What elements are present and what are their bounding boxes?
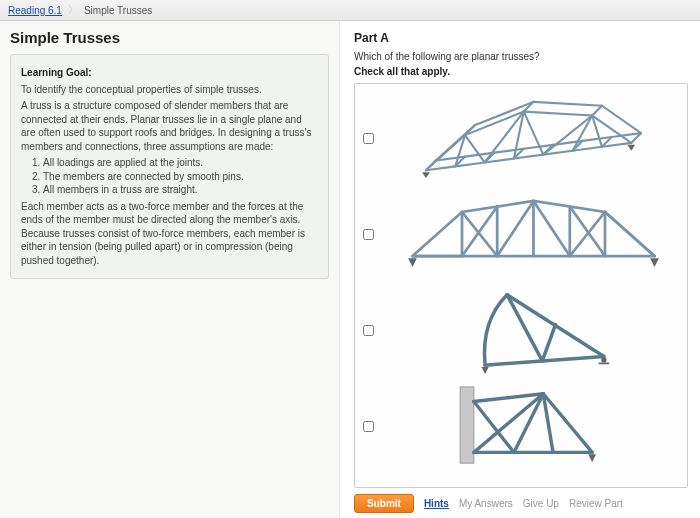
learning-goal-intro: To identify the conceptual properties of… (21, 83, 318, 97)
learning-goal-para1: A truss is a structure composed of slend… (21, 99, 318, 153)
truss-wall-triangle-icon (388, 382, 679, 470)
submit-button[interactable]: Submit (354, 494, 414, 513)
page-title: Simple Trusses (10, 29, 329, 46)
breadcrumb-current: Simple Trusses (84, 5, 152, 16)
option-row-2 (363, 186, 679, 282)
breadcrumb-link-reading[interactable]: Reading 6.1 (8, 5, 62, 16)
svg-marker-41 (482, 367, 489, 374)
assumption-3: All members in a truss are straight. (43, 183, 318, 197)
options-box (354, 83, 688, 488)
give-up-link[interactable]: Give Up (523, 498, 559, 509)
svg-marker-52 (588, 454, 596, 462)
hints-link[interactable]: Hints (424, 498, 449, 509)
right-column: Part A Which of the following are planar… (340, 21, 700, 518)
chevron-right-icon: 〉 (68, 3, 78, 17)
svg-marker-36 (650, 258, 659, 267)
left-column: Simple Trusses Learning Goal: To identif… (0, 21, 340, 518)
svg-line-17 (573, 116, 593, 151)
svg-line-30 (534, 201, 570, 256)
option-1-checkbox[interactable] (363, 133, 374, 144)
svg-line-12 (465, 135, 485, 162)
option-row-1 (363, 90, 679, 186)
svg-line-10 (592, 106, 602, 116)
truss-curved-member-icon (388, 286, 679, 374)
assumption-2: The members are connected by smooth pins… (43, 170, 318, 184)
breadcrumb: Reading 6.1 〉 Simple Trusses (0, 0, 700, 21)
learning-goal-para2: Each member acts as a two-force member a… (21, 200, 318, 268)
svg-marker-20 (627, 145, 635, 151)
option-row-3 (363, 282, 679, 378)
my-answers-link[interactable]: My Answers (459, 498, 513, 509)
svg-line-29 (497, 201, 533, 256)
learning-goal-panel: Learning Goal: To identify the conceptua… (10, 54, 329, 279)
svg-point-42 (601, 357, 606, 362)
svg-rect-44 (460, 387, 474, 463)
action-bar: Submit Hints My Answers Give Up Review P… (354, 494, 688, 513)
svg-line-40 (542, 325, 555, 361)
option-row-4 (363, 378, 679, 474)
assumption-1: All loadings are applied at the joints. (43, 156, 318, 170)
part-a-label: Part A (354, 31, 688, 45)
svg-marker-35 (408, 258, 417, 267)
svg-marker-19 (422, 172, 430, 178)
svg-line-49 (474, 402, 514, 453)
svg-line-50 (514, 394, 543, 453)
truss-planar-bridge-icon (388, 190, 679, 278)
learning-goal-heading: Learning Goal: (21, 67, 92, 78)
option-4-checkbox[interactable] (363, 421, 374, 432)
svg-line-32 (605, 212, 655, 256)
option-3-checkbox[interactable] (363, 325, 374, 336)
review-part-link[interactable]: Review Part (569, 498, 623, 509)
option-2-checkbox[interactable] (363, 229, 374, 240)
part-a-question: Which of the following are planar trusse… (354, 51, 688, 62)
part-a-instruction: Check all that apply. (354, 66, 688, 77)
truss-3d-bridge-icon (388, 94, 679, 182)
